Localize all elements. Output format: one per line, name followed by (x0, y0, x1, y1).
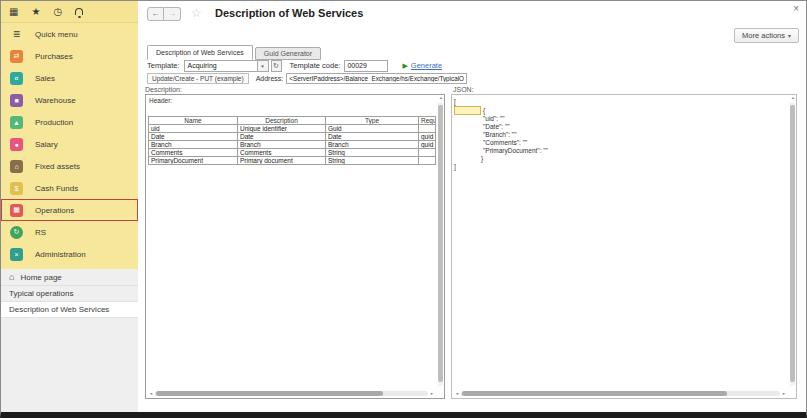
selected-cell[interactable] (454, 106, 481, 115)
sidebar-item-cash-funds[interactable]: $ Cash Funds (1, 177, 138, 199)
app-window: ▦ ★ ◷ ≡ Quick menu ⇄ Purchases ¤ Sales ■… (0, 0, 807, 418)
sidebar-item-home-page[interactable]: ⌂ Home page (1, 269, 138, 286)
home-icon: ⌂ (9, 272, 14, 282)
json-line: "uid": "" (454, 115, 548, 123)
scrollbar-thumb[interactable] (438, 105, 443, 382)
history-clock-icon[interactable]: ◷ (53, 7, 62, 17)
template-refresh-button[interactable]: ↻ (271, 60, 282, 72)
cell (419, 125, 436, 133)
table-row[interactable]: PrimaryDocument Primary document String (149, 157, 436, 165)
cell: Date (149, 133, 238, 141)
sidebar-item-quick-menu[interactable]: ≡ Quick menu (1, 23, 138, 45)
cell: String (326, 157, 419, 165)
json-line: { (454, 106, 548, 115)
sidebar-item-label: Administration (35, 250, 86, 259)
nav-buttons: ← → (147, 7, 181, 21)
json-line: "Branch": "" (454, 131, 548, 139)
rs-icon: ↻ (10, 226, 23, 239)
more-actions-label: More actions (742, 31, 785, 40)
template-code-input[interactable] (344, 60, 388, 72)
sidebar-item-typical-operations[interactable]: Typical operations (1, 286, 138, 302)
column-header: Name (149, 117, 238, 125)
json-panel[interactable]: [ { "uid": "" "Date": "" "Branch": "" "C… (451, 94, 797, 399)
purchases-icon: ⇄ (10, 50, 23, 63)
close-icon[interactable]: × (793, 3, 799, 14)
sidebar-item-warehouse[interactable]: ■ Warehouse (1, 89, 138, 111)
sidebar-item-label: RS (35, 228, 46, 237)
sidebar-item-production[interactable]: ▲ Production (1, 111, 138, 133)
table-row[interactable]: Comments Comments String (149, 149, 436, 157)
more-actions-button[interactable]: More actions▾ (734, 28, 799, 43)
main-area: ← → ☆ Description of Web Services × More… (138, 1, 806, 412)
cell: Branch (149, 141, 238, 149)
cell: uid (149, 125, 238, 133)
sidebar-item-fixed-assets[interactable]: ⌂ Fixed assets (1, 155, 138, 177)
generate-link[interactable]: Generate (411, 61, 442, 70)
sidebar-item-rs[interactable]: ↻ RS (1, 221, 138, 243)
header-text: Header: (149, 97, 172, 104)
column-header: Required (419, 117, 436, 125)
scroll-left-icon[interactable]: ◄ (455, 391, 459, 396)
scroll-right-icon[interactable]: ► (430, 391, 434, 396)
sidebar-menu: ≡ Quick menu ⇄ Purchases ¤ Sales ■ Wareh… (1, 23, 138, 269)
table-row[interactable]: Branch Branch Branch guid (149, 141, 436, 149)
scroll-up-icon[interactable]: ▲ (791, 96, 795, 100)
fixed-assets-icon: ⌂ (10, 160, 23, 173)
hamburger-icon: ≡ (10, 28, 23, 41)
description-panel: Header: Name Description Type Required u… (145, 94, 445, 399)
sidebar-item-label: Production (35, 118, 73, 127)
json-horizontal-scrollbar[interactable]: ◄ ► (455, 390, 786, 396)
sidebar-item-sales[interactable]: ¤ Sales (1, 67, 138, 89)
cell: Guid (326, 125, 419, 133)
sidebar-item-label: Operations (35, 206, 74, 215)
sidebar-footer: ⌂ Home page Typical operations Descripti… (1, 269, 138, 412)
json-line: } (454, 155, 548, 163)
back-button[interactable]: ← (147, 7, 164, 21)
fields-table: Name Description Type Required uid Uniqu… (148, 116, 436, 165)
column-header: Description (238, 117, 326, 125)
tab-description-of-web-services[interactable]: Description of Web Services (147, 45, 253, 60)
sidebar-item-salary[interactable]: ● Salary (1, 133, 138, 155)
json-editor[interactable]: [ { "uid": "" "Date": "" "Branch": "" "C… (454, 98, 548, 171)
sidebar-item-label: Salary (35, 140, 58, 149)
favorite-star-icon[interactable]: ☆ (191, 6, 202, 20)
scrollbar-thumb[interactable] (462, 391, 727, 396)
description-vertical-scrollbar[interactable] (438, 103, 443, 386)
description-horizontal-scrollbar[interactable]: ◄ ► (149, 390, 434, 396)
scrollbar-track[interactable] (155, 391, 428, 396)
cell: Branch (238, 141, 326, 149)
scroll-right-icon[interactable]: ► (782, 391, 786, 396)
apps-grid-icon[interactable]: ▦ (9, 7, 18, 17)
sidebar-item-purchases[interactable]: ⇄ Purchases (1, 45, 138, 67)
json-line: "Date": "" (454, 123, 548, 131)
sidebar-item-web-services[interactable]: Description of Web Services (1, 302, 138, 318)
sidebar-item-label: Warehouse (35, 96, 76, 105)
template-code-label: Template code: (290, 61, 341, 70)
address-input[interactable] (286, 73, 467, 84)
scroll-up-icon[interactable]: ▲ (439, 96, 443, 100)
column-header: Type (326, 117, 419, 125)
scrollbar-track[interactable] (461, 391, 780, 396)
table-header-row: Name Description Type Required (149, 117, 436, 125)
notifications-bell-icon[interactable] (75, 8, 83, 15)
dropdown-arrow-icon[interactable]: ▾ (257, 61, 268, 71)
address-label: Address: (256, 75, 284, 82)
forward-button[interactable]: → (164, 7, 181, 21)
sidebar-item-operations[interactable]: ▦ Operations (1, 199, 138, 221)
template-value: Acquiring (185, 61, 257, 71)
cell (419, 157, 436, 165)
cell: Branch (326, 141, 419, 149)
scrollbar-thumb[interactable] (156, 391, 383, 396)
table-row[interactable]: Date Date Date guid (149, 133, 436, 141)
template-combobox[interactable]: Acquiring ▾ (184, 60, 269, 72)
cell: guid (419, 133, 436, 141)
scroll-left-icon[interactable]: ◄ (149, 391, 153, 396)
sidebar-item-administration[interactable]: × Administration (1, 243, 138, 265)
cell: Comments (238, 149, 326, 157)
favorites-star-icon[interactable]: ★ (31, 7, 40, 17)
scrollbar-thumb[interactable] (790, 105, 795, 382)
tab-strip: Description of Web Services Guid Generat… (147, 45, 321, 60)
cell: Unique identifier (238, 125, 326, 133)
json-vertical-scrollbar[interactable] (790, 103, 795, 386)
table-row[interactable]: uid Unique identifier Guid (149, 125, 436, 133)
